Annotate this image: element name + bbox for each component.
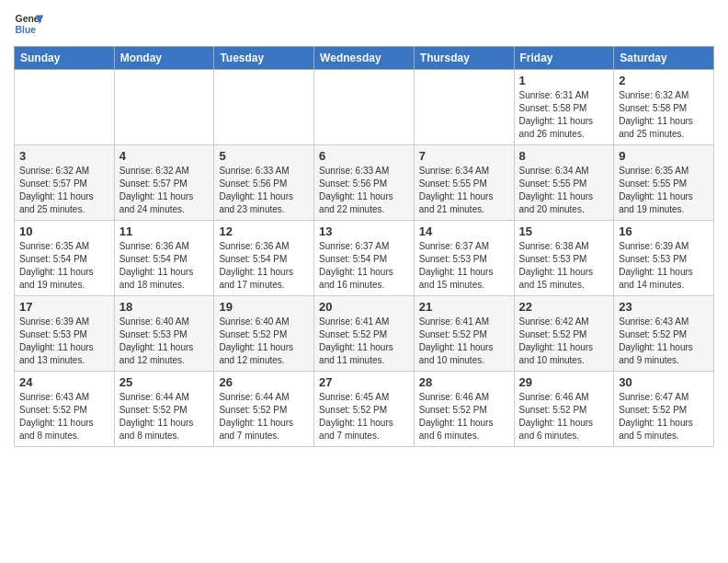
calendar-cell: 10Sunrise: 6:35 AM Sunset: 5:54 PM Dayli…: [15, 221, 115, 296]
day-info: Sunrise: 6:32 AM Sunset: 5:57 PM Dayligh…: [119, 165, 210, 216]
logo-icon: General Blue: [14, 9, 43, 39]
day-number: 9: [619, 149, 709, 163]
calendar-cell: [414, 70, 514, 145]
day-info: Sunrise: 6:40 AM Sunset: 5:53 PM Dayligh…: [119, 316, 210, 367]
day-number: 19: [219, 300, 309, 314]
calendar-cell: 16Sunrise: 6:39 AM Sunset: 5:53 PM Dayli…: [614, 221, 714, 296]
day-number: 4: [119, 149, 210, 163]
calendar-cell: 19Sunrise: 6:40 AM Sunset: 5:52 PM Dayli…: [214, 296, 314, 372]
calendar-cell: 6Sunrise: 6:33 AM Sunset: 5:56 PM Daylig…: [314, 145, 415, 221]
calendar-table: SundayMondayTuesdayWednesdayThursdayFrid…: [14, 46, 714, 447]
day-info: Sunrise: 6:36 AM Sunset: 5:54 PM Dayligh…: [219, 240, 309, 292]
calendar-cell: 29Sunrise: 6:46 AM Sunset: 5:52 PM Dayli…: [514, 372, 614, 447]
day-number: 10: [19, 224, 109, 238]
calendar-cell: 15Sunrise: 6:38 AM Sunset: 5:53 PM Dayli…: [514, 221, 614, 296]
day-info: Sunrise: 6:32 AM Sunset: 5:58 PM Dayligh…: [619, 89, 709, 141]
day-number: 6: [319, 149, 409, 163]
calendar-header-row: SundayMondayTuesdayWednesdayThursdayFrid…: [15, 47, 714, 70]
calendar-cell: 28Sunrise: 6:46 AM Sunset: 5:52 PM Dayli…: [414, 372, 514, 447]
day-number: 18: [119, 300, 210, 314]
day-number: 13: [319, 224, 409, 238]
day-info: Sunrise: 6:34 AM Sunset: 5:55 PM Dayligh…: [419, 165, 509, 216]
day-info: Sunrise: 6:46 AM Sunset: 5:52 PM Dayligh…: [519, 391, 609, 442]
day-number: 27: [319, 375, 409, 389]
day-info: Sunrise: 6:38 AM Sunset: 5:53 PM Dayligh…: [519, 240, 609, 292]
calendar-cell: 17Sunrise: 6:39 AM Sunset: 5:53 PM Dayli…: [15, 296, 115, 372]
calendar-cell: [214, 70, 314, 145]
calendar-week-row: 24Sunrise: 6:43 AM Sunset: 5:52 PM Dayli…: [15, 372, 714, 447]
day-info: Sunrise: 6:33 AM Sunset: 5:56 PM Dayligh…: [219, 165, 309, 216]
day-number: 28: [419, 375, 509, 389]
calendar-week-row: 17Sunrise: 6:39 AM Sunset: 5:53 PM Dayli…: [15, 296, 714, 372]
day-info: Sunrise: 6:34 AM Sunset: 5:55 PM Dayligh…: [519, 165, 609, 216]
day-info: Sunrise: 6:43 AM Sunset: 5:52 PM Dayligh…: [619, 316, 709, 367]
calendar-cell: 22Sunrise: 6:42 AM Sunset: 5:52 PM Dayli…: [514, 296, 614, 372]
calendar-cell: 1Sunrise: 6:31 AM Sunset: 5:58 PM Daylig…: [514, 70, 614, 145]
calendar-week-row: 3Sunrise: 6:32 AM Sunset: 5:57 PM Daylig…: [15, 145, 714, 221]
calendar-cell: 7Sunrise: 6:34 AM Sunset: 5:55 PM Daylig…: [414, 145, 514, 221]
day-info: Sunrise: 6:47 AM Sunset: 5:52 PM Dayligh…: [619, 391, 709, 442]
day-number: 7: [419, 149, 509, 163]
day-number: 5: [219, 149, 309, 163]
calendar-cell: 26Sunrise: 6:44 AM Sunset: 5:52 PM Dayli…: [214, 372, 314, 447]
day-info: Sunrise: 6:41 AM Sunset: 5:52 PM Dayligh…: [419, 316, 509, 367]
weekday-header: Friday: [514, 47, 614, 70]
day-number: 20: [319, 300, 409, 314]
day-number: 22: [519, 300, 609, 314]
calendar-cell: 24Sunrise: 6:43 AM Sunset: 5:52 PM Dayli…: [15, 372, 115, 447]
calendar-week-row: 1Sunrise: 6:31 AM Sunset: 5:58 PM Daylig…: [15, 70, 714, 145]
day-info: Sunrise: 6:45 AM Sunset: 5:52 PM Dayligh…: [319, 391, 409, 442]
weekday-header: Thursday: [414, 47, 514, 70]
calendar-cell: [114, 70, 214, 145]
weekday-header: Monday: [114, 47, 214, 70]
logo: General Blue: [14, 9, 43, 39]
day-info: Sunrise: 6:39 AM Sunset: 5:53 PM Dayligh…: [619, 240, 709, 292]
calendar-cell: 23Sunrise: 6:43 AM Sunset: 5:52 PM Dayli…: [614, 296, 714, 372]
day-number: 14: [419, 224, 509, 238]
day-number: 15: [519, 224, 609, 238]
day-number: 16: [619, 224, 709, 238]
day-info: Sunrise: 6:36 AM Sunset: 5:54 PM Dayligh…: [119, 240, 210, 292]
day-info: Sunrise: 6:37 AM Sunset: 5:54 PM Dayligh…: [319, 240, 409, 292]
day-info: Sunrise: 6:46 AM Sunset: 5:52 PM Dayligh…: [419, 391, 509, 442]
day-info: Sunrise: 6:39 AM Sunset: 5:53 PM Dayligh…: [19, 316, 109, 367]
day-number: 23: [619, 300, 709, 314]
day-number: 3: [19, 149, 109, 163]
calendar-cell: 21Sunrise: 6:41 AM Sunset: 5:52 PM Dayli…: [414, 296, 514, 372]
calendar-cell: [15, 70, 115, 145]
calendar-cell: 8Sunrise: 6:34 AM Sunset: 5:55 PM Daylig…: [514, 145, 614, 221]
day-info: Sunrise: 6:41 AM Sunset: 5:52 PM Dayligh…: [319, 316, 409, 367]
calendar-cell: [314, 70, 415, 145]
day-info: Sunrise: 6:31 AM Sunset: 5:58 PM Dayligh…: [519, 89, 609, 141]
day-number: 21: [419, 300, 509, 314]
day-info: Sunrise: 6:44 AM Sunset: 5:52 PM Dayligh…: [219, 391, 309, 442]
day-info: Sunrise: 6:43 AM Sunset: 5:52 PM Dayligh…: [19, 391, 109, 442]
day-info: Sunrise: 6:35 AM Sunset: 5:54 PM Dayligh…: [19, 240, 109, 292]
page-header: General Blue: [14, 9, 714, 39]
calendar-cell: 4Sunrise: 6:32 AM Sunset: 5:57 PM Daylig…: [114, 145, 214, 221]
day-number: 1: [519, 74, 609, 87]
calendar-cell: 30Sunrise: 6:47 AM Sunset: 5:52 PM Dayli…: [614, 372, 714, 447]
day-number: 24: [19, 375, 109, 389]
calendar-cell: 13Sunrise: 6:37 AM Sunset: 5:54 PM Dayli…: [314, 221, 415, 296]
calendar-cell: 9Sunrise: 6:35 AM Sunset: 5:55 PM Daylig…: [614, 145, 714, 221]
day-number: 2: [619, 74, 709, 87]
calendar-cell: 11Sunrise: 6:36 AM Sunset: 5:54 PM Dayli…: [114, 221, 214, 296]
svg-text:Blue: Blue: [16, 25, 37, 35]
calendar-cell: 25Sunrise: 6:44 AM Sunset: 5:52 PM Dayli…: [114, 372, 214, 447]
calendar-cell: 12Sunrise: 6:36 AM Sunset: 5:54 PM Dayli…: [214, 221, 314, 296]
day-number: 17: [19, 300, 109, 314]
weekday-header: Saturday: [614, 47, 714, 70]
calendar-cell: 2Sunrise: 6:32 AM Sunset: 5:58 PM Daylig…: [614, 70, 714, 145]
weekday-header: Wednesday: [314, 47, 415, 70]
page-container: General Blue SundayMondayTuesdayWednesda…: [0, 0, 728, 452]
day-number: 26: [219, 375, 309, 389]
day-number: 30: [619, 375, 709, 389]
calendar-week-row: 10Sunrise: 6:35 AM Sunset: 5:54 PM Dayli…: [15, 221, 714, 296]
weekday-header: Tuesday: [214, 47, 314, 70]
calendar-cell: 3Sunrise: 6:32 AM Sunset: 5:57 PM Daylig…: [15, 145, 115, 221]
day-info: Sunrise: 6:42 AM Sunset: 5:52 PM Dayligh…: [519, 316, 609, 367]
day-number: 8: [519, 149, 609, 163]
day-info: Sunrise: 6:32 AM Sunset: 5:57 PM Dayligh…: [19, 165, 109, 216]
day-number: 11: [119, 224, 210, 238]
